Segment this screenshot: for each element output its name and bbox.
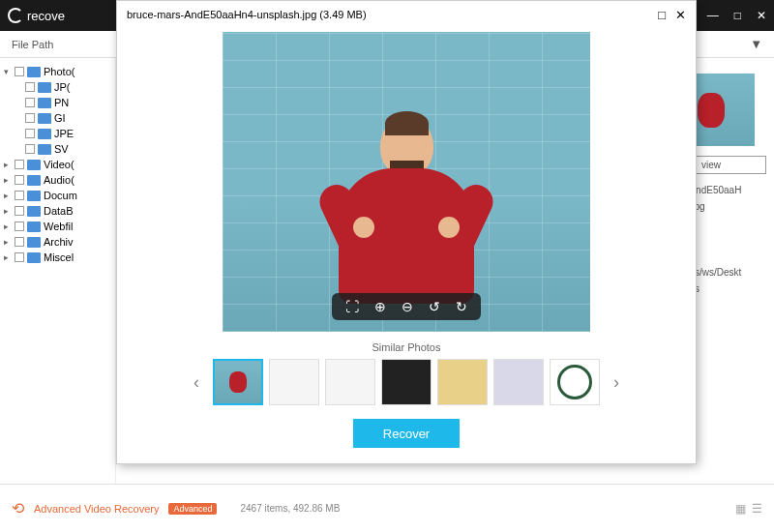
sidebar: ▾Photo( JP( PN GI JPE SV ▸Video( ▸Audio(… <box>0 58 116 484</box>
tree-item[interactable]: JPE <box>4 126 111 141</box>
thumbnail[interactable] <box>437 359 488 405</box>
rotate-right-icon[interactable]: ↻ <box>456 299 467 314</box>
prev-arrow-icon[interactable]: ‹ <box>186 372 207 393</box>
file-path-label: File Path <box>12 39 53 50</box>
items-count: 2467 items, 492.86 MB <box>240 503 340 514</box>
app-logo: recove <box>8 8 65 23</box>
tree-item-archive[interactable]: ▸Archiv <box>4 234 111 250</box>
tree-item[interactable]: SV <box>4 141 111 157</box>
tree-item[interactable]: GI <box>4 110 111 126</box>
tree-item-web[interactable]: ▸Webfil <box>4 219 111 234</box>
thumbnail[interactable] <box>550 359 600 405</box>
tree-item-docs[interactable]: ▸Docum <box>4 188 111 203</box>
preview-image: ⛶ ⊕ ⊖ ↺ ↻ <box>223 32 590 332</box>
dialog-maximize-button[interactable]: □ <box>658 8 666 22</box>
thumbnail[interactable] <box>381 359 432 405</box>
preview-dialog: bruce-mars-AndE50aaHn4-unsplash.jpg (3.4… <box>116 0 697 464</box>
tree-item-photo[interactable]: ▾Photo( <box>4 64 111 79</box>
rotate-left-icon[interactable]: ↺ <box>429 299 440 314</box>
content-area: bruce-mars-AndE50aaHn4-unsplash.jpg (3.4… <box>116 58 648 484</box>
thumbnail[interactable] <box>493 359 544 405</box>
next-arrow-icon[interactable]: › <box>606 372 627 393</box>
logo-icon <box>8 8 23 23</box>
app-name: recove <box>27 9 65 23</box>
view-toggle: ▦ ☰ <box>735 502 762 516</box>
tree-item-audio[interactable]: ▸Audio( <box>4 172 111 188</box>
thumbnail-strip: ‹ › <box>117 359 696 405</box>
folder-icon <box>27 67 41 77</box>
tree-item[interactable]: JP( <box>4 79 111 95</box>
dialog-controls: □ ✕ <box>658 8 686 22</box>
advanced-recovery-link[interactable]: Advanced Video Recovery <box>34 503 159 515</box>
tree-item-db[interactable]: ▸DataB <box>4 203 111 219</box>
thumbnail[interactable] <box>213 359 263 405</box>
advanced-badge: Advanced <box>168 503 217 515</box>
footer: ⟲ Advanced Video Recovery Advanced 2467 … <box>0 484 774 532</box>
window-controls: — □ ✕ <box>707 9 766 22</box>
tree-item[interactable]: PN <box>4 95 111 110</box>
filter-icon[interactable]: ▼ <box>750 37 762 51</box>
fullscreen-icon[interactable]: ⛶ <box>345 299 359 314</box>
image-toolbar: ⛶ ⊕ ⊖ ↺ ↻ <box>332 293 481 320</box>
minimize-button[interactable]: — <box>707 9 719 22</box>
tree-item-video[interactable]: ▸Video( <box>4 157 111 172</box>
thumbnail[interactable] <box>325 359 375 405</box>
close-button[interactable]: ✕ <box>757 9 766 22</box>
refresh-icon[interactable]: ⟲ <box>12 499 24 517</box>
zoom-out-icon[interactable]: ⊖ <box>402 299 413 314</box>
maximize-button[interactable]: □ <box>734 9 741 22</box>
dialog-title: bruce-mars-AndE50aaHn4-unsplash.jpg (3.4… <box>127 9 367 20</box>
dialog-recover-button[interactable]: Recover <box>353 419 460 448</box>
dialog-title-bar: bruce-mars-AndE50aaHn4-unsplash.jpg (3.4… <box>117 1 696 28</box>
dialog-close-button[interactable]: ✕ <box>675 8 686 22</box>
main-area: ▾Photo( JP( PN GI JPE SV ▸Video( ▸Audio(… <box>0 58 774 484</box>
thumbnail[interactable] <box>269 359 319 405</box>
list-view-icon[interactable]: ☰ <box>752 502 762 516</box>
similar-photos-label: Similar Photos <box>117 341 696 353</box>
tree-item-misc[interactable]: ▸Miscel <box>4 250 111 265</box>
grid-view-icon[interactable]: ▦ <box>735 502 746 516</box>
zoom-in-icon[interactable]: ⊕ <box>374 299 386 314</box>
